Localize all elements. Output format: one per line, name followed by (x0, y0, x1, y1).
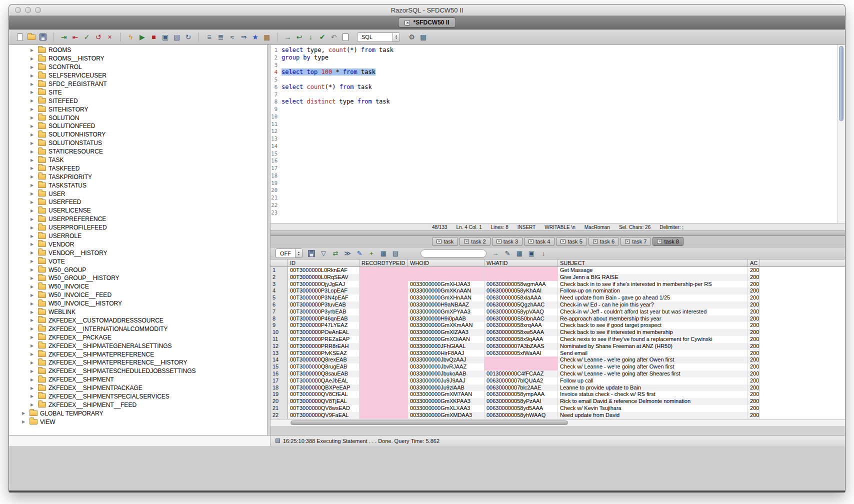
disclosure-triangle-icon[interactable]: ▶ (30, 335, 36, 340)
disclosure-triangle-icon[interactable]: ▶ (30, 378, 36, 382)
cell-subject[interactable]: Nominated by Shane Freeman at ANZ (HR50) (558, 343, 748, 350)
table-row[interactable]: 1200T3000000PRR8rEAH0033000000JFhGlAAL00… (270, 343, 845, 350)
results-tab-task-4[interactable]: ×task 4 (524, 237, 554, 246)
row-number-cell[interactable]: 5 (270, 294, 288, 302)
disclosure-triangle-icon[interactable]: ▶ (30, 276, 36, 280)
table-row[interactable]: 800T3000000P46qnEAB0033000000H9i0pAAB006… (270, 316, 845, 322)
tree-item-solution[interactable]: ▶SOLUTION (9, 114, 267, 122)
table-row[interactable]: 900T3000000P47LYEAZ0033000000GmXKmAAN006… (270, 322, 845, 329)
limit-select[interactable]: OFF ▲▼ (276, 248, 302, 258)
cell-id[interactable]: 00T3000000L0RknEAF (288, 267, 360, 274)
table-row[interactable]: 300T3000000OjyJgEAJ0033000000GmXHJAA3006… (270, 281, 845, 288)
cell-whoid[interactable]: 0033000000GmXKmAAN (408, 322, 484, 329)
tree-item-view[interactable]: ▶VIEW (9, 418, 267, 426)
log-icon[interactable] (340, 32, 350, 42)
validate-icon[interactable]: ✔ (318, 32, 327, 42)
cell-recordtypeid[interactable] (360, 370, 408, 378)
cell-whoid[interactable]: 0033000000JFhGlAAL (408, 343, 484, 350)
tab-close-icon[interactable]: × (593, 239, 598, 244)
tree-item-scontrol[interactable]: ▶SCONTROL (9, 63, 267, 72)
table-row[interactable]: 2200T3000000QV9FaEAL0033000000GmXMDAA300… (270, 412, 845, 419)
editor-line[interactable]: 8select distinct type from task (270, 98, 838, 106)
table-row[interactable]: 200T3000000L0RqSEAVGive Jenn a BIG RAISE… (270, 274, 845, 281)
tree-item-rooms[interactable]: ▶ROOMS (9, 46, 267, 54)
download-icon[interactable]: ↓ (538, 249, 548, 258)
results-tab-task-6[interactable]: ×task 6 (588, 237, 619, 246)
cell-subject[interactable]: Give Jenn a BIG RAISE (558, 274, 748, 281)
cell-whatid[interactable]: 006300000058xlaAAA (484, 294, 558, 302)
copy-icon[interactable]: ▣ (160, 32, 170, 42)
cell-ac[interactable]: 200 (748, 356, 760, 364)
cell-whoid[interactable]: 0033000000JbvRJAAZ (408, 364, 484, 370)
refresh-icon[interactable]: ⇄ (330, 249, 340, 258)
cell-whoid[interactable]: 0033000000GmXHnAAN (408, 294, 484, 302)
cell-id[interactable]: 00T3000000L0RqSEAV (288, 274, 360, 281)
disclosure-triangle-icon[interactable]: ▶ (30, 318, 36, 322)
cell-whatid[interactable] (484, 267, 558, 274)
disclosure-triangle-icon[interactable]: ▶ (30, 360, 36, 365)
cell-ac[interactable]: 200 (748, 322, 760, 329)
results-tab-task-7[interactable]: ×task 7 (620, 237, 651, 246)
cell-subject[interactable]: Check-in w/ Ed - can he join this year? (558, 302, 748, 308)
disclosure-triangle-icon[interactable]: ▶ (30, 402, 36, 407)
disclosure-triangle-icon[interactable]: ▶ (30, 344, 36, 348)
cell-ac[interactable]: 200 (748, 267, 760, 274)
cell-recordtypeid[interactable] (360, 308, 408, 316)
results-tab-task-5[interactable]: ×task 5 (556, 237, 586, 246)
cell-whatid[interactable]: 006300000058yd5AAA (484, 405, 558, 412)
results-tab-task-8[interactable]: ×task 8 (652, 237, 683, 246)
cell-recordtypeid[interactable] (360, 398, 408, 405)
tree-item-zkfedex-shipmentspecialservices[interactable]: ▶ZKFEDEX__SHIPMENTSPECIALSERVICES (9, 392, 267, 401)
column-header-recordtypeid[interactable]: RECORDTYPEID (360, 260, 408, 266)
disclosure-triangle-icon[interactable]: ▶ (30, 369, 36, 374)
disclosure-triangle-icon[interactable]: ▶ (30, 183, 36, 188)
tree-item-global-temporary[interactable]: ▶GLOBAL TEMPORARY (9, 409, 267, 418)
tree-item-sitefeed[interactable]: ▶SITEFEED (9, 96, 267, 105)
results-tab-task[interactable]: ×task (432, 237, 458, 246)
cell-recordtypeid[interactable] (360, 302, 408, 308)
cell-whoid[interactable]: 0033000000H9i0pAAB (408, 316, 484, 322)
tree-item-rooms-history[interactable]: ▶ROOMS__HISTORY (9, 54, 267, 63)
row-number-cell[interactable]: 17 (270, 378, 288, 384)
results-list-icon[interactable]: ≡ (204, 32, 214, 42)
history-icon[interactable]: ↻ (184, 32, 193, 42)
row-number-cell[interactable]: 13 (270, 350, 288, 357)
cell-whatid[interactable]: 006300000058yPzAAI (484, 398, 558, 405)
cell-ac[interactable]: 200 (748, 398, 760, 405)
grid-icon[interactable]: ▦ (378, 249, 388, 258)
disclosure-triangle-icon[interactable]: ▶ (30, 268, 36, 272)
tree-item-zkfedex-shipmentpackage[interactable]: ▶ZKFEDEX__SHIPMENTPACKAGE (9, 384, 267, 392)
cell-recordtypeid[interactable] (360, 322, 408, 329)
cell-recordtypeid[interactable] (360, 316, 408, 322)
disclosure-triangle-icon[interactable]: ▶ (30, 234, 36, 238)
open-file-icon[interactable] (26, 32, 36, 42)
cell-whatid[interactable] (484, 356, 558, 364)
document-tab[interactable]: × *SFDCW50 II (398, 18, 456, 28)
cell-subject[interactable]: Send email (558, 350, 748, 357)
tab-close-icon[interactable]: × (436, 239, 442, 244)
tree-item-userlicense[interactable]: ▶USERLICENSE (9, 206, 267, 215)
table-row[interactable]: 1300T3000000PfvKSEAZ0033000000HirF8AAJ00… (270, 350, 845, 357)
cell-whatid[interactable]: 006300000058xrqAAA (484, 322, 558, 329)
cell-subject[interactable]: Get Massage (558, 267, 748, 274)
cell-whatid[interactable]: 006300000058yhWAAQ (484, 412, 558, 419)
row-number-cell[interactable]: 11 (270, 336, 288, 343)
table-row[interactable]: 1700T3000000QAeJbEAL0033000000Ju9J9AAJ00… (270, 378, 845, 384)
disclosure-triangle-icon[interactable]: ▶ (30, 132, 36, 137)
row-number-cell[interactable]: 18 (270, 384, 288, 392)
row-number-cell[interactable]: 7 (270, 308, 288, 316)
editor-line[interactable]: 11 (270, 120, 838, 128)
settings-icon[interactable]: ⚙ (407, 32, 416, 42)
disclosure-triangle-icon[interactable]: ▶ (30, 217, 36, 222)
disclosure-triangle-icon[interactable]: ▶ (30, 386, 36, 390)
cell-recordtypeid[interactable] (360, 391, 408, 398)
table-row[interactable]: 1100T3000000PREZaEAP0033000000GmXOiAAN00… (270, 336, 845, 343)
table-row[interactable]: 1600T3000000Q8sauEAB0033000000JbukoAAB00… (270, 370, 845, 378)
tree-item-solutionstatus[interactable]: ▶SOLUTIONSTATUS (9, 139, 267, 148)
cell-whoid[interactable]: 0033000000JbukoAAB (408, 370, 484, 378)
cell-id[interactable]: 00T3000000QBXPeEAP (288, 384, 360, 392)
tree-item-selfserviceuser[interactable]: ▶SELFSERVICEUSER (9, 72, 267, 80)
editor-line[interactable]: 14 (270, 142, 838, 150)
tree-item-w50-invoice-history[interactable]: ▶W50_INVOICE__HISTORY (9, 300, 267, 308)
cell-whoid[interactable] (408, 267, 484, 274)
